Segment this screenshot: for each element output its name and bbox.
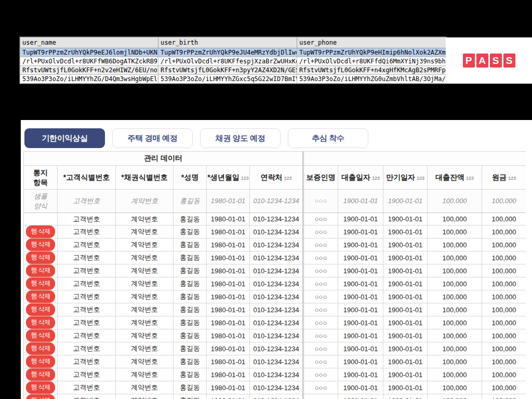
grid-cell[interactable]: RfstvUWtsjfL0GokKFF+n2v2eHIWZ/6EU/not [20, 66, 158, 75]
delete-row-button[interactable]: 행 삭제 [26, 342, 55, 355]
sample-cell-customer-id: 고객번호 [58, 190, 116, 213]
cell-maturity-date: 1900-01-01 [383, 264, 428, 277]
cell-customer-id: 고객번호 [58, 290, 116, 303]
grid-cell[interactable]: RfstvUWtsjfL0GokKFF+n3pyY2AZ4XD2N/GESKI [158, 66, 297, 75]
cell-phone: 010-1234-1234 [250, 303, 303, 316]
cell-maturity-date: 1900-01-01 [383, 303, 428, 316]
column-header-label: 보증인명 [307, 173, 336, 181]
cell-name: 홍길동 [174, 381, 207, 394]
row-action-cell: 행 삭제 [24, 251, 58, 264]
sample-cell-loan-date: 1900-01-01 [338, 190, 383, 213]
cell-principal: 100,000 [482, 342, 526, 355]
delete-row-button[interactable]: 행 삭제 [26, 316, 55, 329]
cell-guarantor: ○○○ [303, 316, 338, 329]
delete-row-button[interactable]: 행 삭제 [26, 329, 55, 342]
grid-column-header[interactable]: user_name [20, 37, 158, 48]
column-header-label: 연락처 [261, 173, 283, 181]
cell-loan-balance: 100,000 [428, 277, 482, 290]
grid-cell[interactable]: /rl+PUxOlvDcdl+r8UKFfWB6DogATKZckRB97 [20, 57, 158, 66]
cell-guarantor: ○○○ [303, 342, 338, 355]
cell-guarantor: ○○○ [303, 290, 338, 303]
cell-customer-id: 고객번호 [58, 342, 116, 355]
delete-row-button[interactable]: 행 삭제 [26, 303, 55, 316]
cell-customer-id: 고객번호 [58, 381, 116, 394]
cell-loan-date: 1900-01-01 [338, 238, 383, 251]
cell-loan-balance: 100,000 [428, 225, 482, 238]
grid-cell[interactable]: RfstvUWtsjfL0GokKFF+n4xgHfKMcAgB2sPMRFpo [297, 66, 447, 75]
grid-cell[interactable]: 539Ao3P3oZo/iLHMYYhZG0uZmbVhltAB/3OjMa/S [297, 75, 447, 84]
column-header-phone: 연락처123 [250, 166, 303, 190]
delete-row-button[interactable]: 행 삭제 [26, 355, 55, 368]
delete-row-button[interactable]: 행 삭제 [26, 368, 55, 381]
cell-loan-balance: 100,000 [428, 368, 482, 381]
column-header-name: *성명 [174, 166, 207, 190]
cell-principal: 100,000 [482, 213, 526, 225]
delete-row-button[interactable]: 행 삭제 [26, 251, 55, 264]
delete-row-button[interactable]: 행 삭제 [26, 225, 55, 238]
cell-customer-id: 고객번호 [58, 368, 116, 381]
delete-row-button[interactable]: 행 삭제 [26, 381, 55, 394]
numeric-type-badge: 123 [241, 176, 249, 181]
cell-maturity-date: 1900-01-01 [383, 238, 428, 251]
cell-name: 홍길동 [174, 251, 207, 264]
cell-guarantor: ○○○ [303, 238, 338, 251]
cell-principal: 100,000 [482, 251, 526, 264]
row-action-cell: 행 삭제 [24, 290, 58, 303]
grid-column-header[interactable]: user_phone [297, 37, 447, 48]
cell-phone: 010-1234-1234 [250, 225, 303, 238]
grid-cell[interactable]: TupWT9rPPzmZrUhYQkP9eJU4eMRzYdbjDlIwqKZ [158, 48, 297, 57]
management-table: 관리 데이터 통지 항목*고객식별번호*채권식별번호*성명*생년월일123연락처… [23, 151, 526, 399]
row-action-cell: 행 삭제 [24, 264, 58, 277]
grid-cell[interactable]: 539Ao3P3oZo/iLHMYYhZGxc5q5G22wID7BmIVpu [158, 75, 297, 84]
grid-cell[interactable]: TupWT9rPPzmZrUhYQkP9eEJ6lomjlNDb+UKN-1 [20, 48, 158, 57]
row-action-cell: 행 삭제 [24, 329, 58, 342]
grid-cell[interactable]: TupWT9rPPzmZrUhYQkP9eHImip6hNolXok2AZXmE [297, 48, 447, 57]
management-table-body: 샘플 양식고객번호계약번호홍길동1980-01-01010-1234-1234○… [24, 190, 526, 399]
grid-cell[interactable]: /rl+PUxOlvDcdl+r8UKFfespjXzaBrZwUHxKqkN [158, 57, 297, 66]
cell-name: 홍길동 [174, 368, 207, 381]
cell-maturity-date: 1900-01-01 [383, 329, 428, 342]
content-card: 기한이익상실주택 경매 예정채권 양도 예정추심 착수 관리 데이터 통지 항목… [21, 120, 532, 399]
cell-guarantor: ○○○ [303, 303, 338, 316]
sample-cell-guarantor: ○○○ [303, 190, 338, 213]
column-header-label: *채권식별번호 [121, 173, 167, 181]
cell-guarantor: ○○○ [303, 329, 338, 342]
delete-row-button[interactable]: 행 삭제 [26, 394, 55, 399]
grid-cell[interactable]: 539Ao3P3oZo/iLHMYYhZG/D4Qm3wsHgbWpEl0 [20, 75, 158, 84]
table-row: 행 삭제고객번호계약번호홍길동1980-01-01010-1234-1234○○… [24, 251, 526, 264]
management-table-wrap: 관리 데이터 통지 항목*고객식별번호*채권식별번호*성명*생년월일123연락처… [23, 151, 526, 399]
tab-acceleration[interactable]: 기한이익상실 [24, 128, 105, 148]
delete-row-button[interactable]: 행 삭제 [26, 277, 55, 290]
delete-row-button[interactable]: 행 삭제 [26, 238, 55, 251]
cell-contract-id: 계약번호 [116, 316, 174, 329]
cell-principal: 100,000 [482, 303, 526, 316]
tab-collection-start[interactable]: 추심 착수 [288, 128, 368, 148]
cell-phone: 010-1234-1234 [250, 342, 303, 355]
cell-name: 홍길동 [174, 316, 207, 329]
cell-birth-date: 1980-01-01 [207, 355, 250, 368]
tab-bond-transfer[interactable]: 채권 양도 예정 [200, 128, 281, 148]
cell-contract-id: 계약번호 [116, 394, 174, 399]
cell-contract-id: 계약번호 [116, 303, 174, 316]
column-header-maturity-date: 만기일자123 [383, 166, 428, 190]
delete-row-button[interactable]: 행 삭제 [26, 290, 55, 303]
table-row: 행 삭제고객번호계약번호홍길동1980-01-01010-1234-1234○○… [24, 394, 526, 399]
cell-loan-date: 1900-01-01 [338, 290, 383, 303]
cell-loan-date: 1900-01-01 [338, 394, 383, 399]
cell-loan-date: 1900-01-01 [338, 264, 383, 277]
sample-cell-contract-id: 계약번호 [116, 190, 174, 213]
tab-house-auction[interactable]: 주택 경매 예정 [112, 128, 193, 148]
cell-birth-date: 1980-01-01 [207, 238, 250, 251]
grid-cell[interactable]: /rl+PUxOlvDcdl+r8UKFfdQi6MmXYiNj39ns9bho [297, 57, 447, 66]
delete-row-button[interactable]: 행 삭제 [26, 264, 55, 277]
cell-name: 홍길동 [174, 264, 207, 277]
pass-logo: PASS [463, 54, 515, 68]
table-row: 고객번호계약번호홍길동1980-01-01010-1234-1234○○○190… [24, 213, 526, 225]
cell-phone: 010-1234-1234 [250, 368, 303, 381]
cell-loan-date: 1900-01-01 [338, 251, 383, 264]
grid-column-header[interactable]: user_birth [158, 37, 297, 48]
sample-cell-maturity-date: 1900-01-01 [383, 190, 428, 213]
table-row: 행 삭제고객번호계약번호홍길동1980-01-01010-1234-1234○○… [24, 225, 526, 238]
cell-maturity-date: 1900-01-01 [383, 290, 428, 303]
numeric-type-badge: 123 [417, 176, 424, 181]
